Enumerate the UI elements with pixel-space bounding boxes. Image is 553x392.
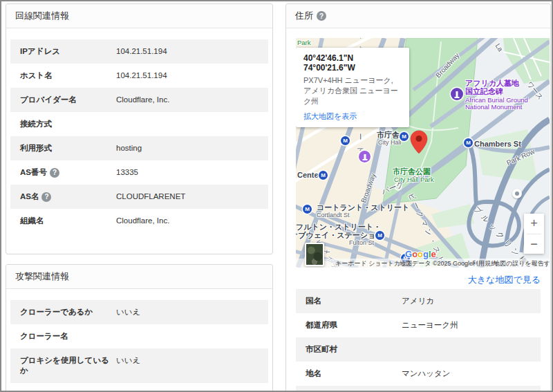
google-logo[interactable]: Google [405,249,436,259]
mta-icon: M [341,136,350,145]
mta-icon: M [319,171,328,180]
google-letter: e [431,249,436,259]
table-row: ホスト名 104.21.51.194 [10,64,268,88]
report-error-link[interactable]: 地図の誤りを報告する [494,259,550,268]
row-label: 地名 [306,368,402,379]
zoom-in-button[interactable]: + [524,214,544,234]
table-row: AS番号 ? 13335 [10,160,268,185]
table-row: 都道府県 ニューヨーク州 [296,313,541,337]
table-row: AS名 ? CLOUDFLARENET [10,185,268,209]
row-value: Cloudflare, Inc. [116,216,259,226]
line-info-title: 回線関連情報 [15,10,69,22]
row-label: 都道府県 [306,320,402,330]
zoom-control: + − [524,214,544,254]
table-row: 地名 マンハッタン [296,362,541,386]
map-data-text: 地図データ ©2025 Google [400,259,473,268]
attack-info-body: クローラーであるか いいえ クローラー名 プロキシを使用しているか いいえ プロ… [6,289,272,392]
row-value: Cloudflare, Inc. [116,95,259,105]
table-row: 国名 アメリカ [296,289,541,313]
row-value: 13335 [116,167,259,178]
row-label: IPアドレス [20,46,116,57]
street-label-chambers: Chambers St [474,140,521,148]
table-row: プロキシを使用しているか いいえ [10,348,268,383]
place-label-abg-en2: National Monument [465,103,522,111]
view-bigger-map-link[interactable]: 大きな地図で見る [296,274,541,286]
google-letter: G [405,249,412,259]
mta-icon: M [464,138,473,147]
row-label: 国名 [306,296,402,306]
view-larger-map-link[interactable]: 拡大地図を表示 [303,111,357,122]
place-label-abg-jp2: 国立記念碑 [465,86,503,97]
table-row: プロバイダー名 Cloudflare, Inc. [10,88,268,112]
poi-icon [512,189,522,198]
mta-icon: M [303,205,312,214]
line-info-card: 回線関連情報 IPアドレス 104.21.51.194 ホスト名 104.21.… [6,3,273,254]
help-icon[interactable]: ? [50,168,59,178]
row-label: 接続方式 [20,119,116,129]
satellite-toggle[interactable] [305,243,324,266]
zoom-out-button[interactable]: − [524,234,544,254]
table-row-partial [296,386,541,392]
address-card: 住所 ? [285,3,551,392]
row-label: プロキシを使用しているか [20,355,116,376]
row-label: プロバイダー名 [20,95,116,105]
row-value: ニューヨーク州 [402,320,531,330]
mta-icon: M [375,231,384,240]
address-body: Park Broadway Broadway チャーチ・ストリート リート ワー… [286,28,550,392]
row-label: 利用形式 [20,143,116,153]
row-value: マンハッタン [402,368,531,379]
attack-info-card: 攻撃関連情報 クローラーであるか いいえ クローラー名 プロキシを使用しているか… [6,264,273,392]
park-corner-label: Park [297,39,311,46]
map-attribution: キーボード ショートカット 地図データ ©2025 Google 利用規約 地図… [296,259,550,268]
table-row: クローラーであるか いいえ [10,300,268,324]
table-row: 市区町村 [296,337,541,362]
page: 回線関連情報 IPアドレス 104.21.51.194 ホスト名 104.21.… [1,1,552,392]
table-row: 利用形式 hosting [10,136,268,160]
museum-icon [359,151,371,162]
map-pin-icon[interactable] [410,130,428,155]
address-title: 住所 [295,10,313,22]
place-label-city-hall-en: City Hall [378,139,402,146]
row-value: アメリカ [402,296,531,306]
address-header: 住所 ? [286,4,550,28]
google-letter: o [418,249,423,259]
help-icon[interactable]: ? [41,192,51,202]
row-label: AS番号 ? [20,167,116,178]
help-icon[interactable]: ? [317,11,326,21]
right-column: 住所 ? [285,3,551,392]
plus-code-address: PX7V+4HH ニューヨーク, アメリカ合衆国 ニューヨーク州 [303,75,402,106]
place-label-cortlandt-en: Cortlandt St [317,212,350,218]
row-label: 組織名 [20,216,116,226]
row-value: いいえ [116,355,259,366]
row-label-text: AS番号 [20,167,47,178]
mta-icon: M [400,132,409,141]
left-column: 回線関連情報 IPアドレス 104.21.51.194 ホスト名 104.21.… [6,3,273,392]
table-row: プロキシの方式 [10,383,268,392]
coordinates-title: 40°42'46.1"N 74°00'21.6"W [303,53,402,73]
row-value: 104.21.51.194 [116,71,259,81]
row-label: 市区町村 [306,344,402,355]
row-label: ホスト名 [20,71,116,81]
place-label-park-en: City Hall Park [394,176,434,183]
google-letter: g [423,249,429,259]
monument-icon [451,88,463,100]
table-row: 接続方式 [10,112,268,136]
row-value: hosting [116,143,259,153]
address-table: 国名 アメリカ 都道府県 ニューヨーク州 市区町村 地名 マンハッタン [296,289,541,392]
row-label: クローラーであるか [20,307,116,317]
row-value: 104.21.51.194 [116,46,259,57]
place-label-fulton-en: Fulton St [349,239,374,246]
table-row: クローラー名 [10,324,268,348]
row-value: CLOUDFLARENET [116,192,259,202]
line-info-header: 回線関連情報 [6,4,272,28]
row-value: いいえ [116,307,259,317]
row-label: クローラー名 [20,331,116,342]
table-row: IPアドレス 104.21.51.194 [10,39,268,64]
table-row: 組織名 Cloudflare, Inc. [10,209,268,233]
row-label: AS名 ? [20,192,116,202]
line-info-body: IPアドレス 104.21.51.194 ホスト名 104.21.51.194 … [6,28,272,254]
google-letter: o [412,249,418,259]
google-map[interactable]: Park Broadway Broadway チャーチ・ストリート リート ワー… [296,38,550,268]
attack-info-header: 攻撃関連情報 [6,265,272,289]
place-label-center: Center [297,171,321,179]
